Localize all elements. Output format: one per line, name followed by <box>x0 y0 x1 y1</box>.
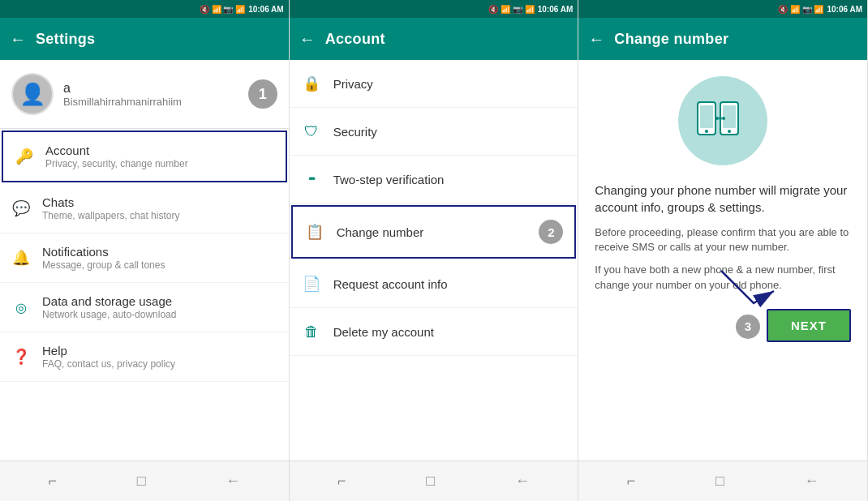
requestinfo-icon: 📄 <box>301 273 322 294</box>
changenumber-title: Change number <box>614 31 728 48</box>
nav-back-icon-2[interactable]: ← <box>515 473 530 490</box>
account-item-requestinfo[interactable]: 📄 Request account info <box>290 260 578 308</box>
account-icon: 🔑 <box>15 147 34 166</box>
menu-item-chats[interactable]: 💬 Chats Theme, wallpapers, chat history <box>0 184 289 233</box>
nav-back-icon-3[interactable]: ← <box>805 473 819 490</box>
account-menu-list: 🔒 Privacy 🛡 Security ••• Two-step verifi… <box>290 60 578 460</box>
next-button[interactable]: NEXT <box>767 309 851 342</box>
changenumber-top-bar: ← Change number <box>578 18 867 60</box>
status-icons-changenumber: 🔇 📶 📷 📶 <box>778 5 823 14</box>
data-icon: ◎ <box>11 298 31 317</box>
profile-status: Bismillahirrahmanirrahiim <box>63 96 238 108</box>
requestinfo-label: Request account info <box>333 277 448 291</box>
changenumber-main-text: Changing your phone number will migrate … <box>595 182 851 216</box>
account-label: Account <box>45 143 274 157</box>
nav-recent-icon-2[interactable]: ⌐ <box>337 473 346 490</box>
notifications-text: Notifications Message, group & call tone… <box>42 245 277 271</box>
blue-arrow-indicator <box>713 267 786 311</box>
nav-home-icon-3[interactable]: □ <box>715 473 724 490</box>
status-icons-settings: 🔇 📶 📷 📶 <box>200 5 245 14</box>
notifications-sublabel: Message, group & call tones <box>42 259 277 271</box>
status-bar-account: 🔇 📶 📷 📶 10:06 AM <box>290 0 578 18</box>
account-back-button[interactable]: ← <box>299 30 316 49</box>
data-text: Data and storage usage Network usage, au… <box>42 294 277 320</box>
changenumber-icon: 📋 <box>304 221 325 242</box>
menu-item-help[interactable]: ❓ Help FAQ, contact us, privacy policy <box>0 332 289 382</box>
help-sublabel: FAQ, contact us, privacy policy <box>42 358 277 370</box>
notifications-icon: 🔔 <box>11 248 31 268</box>
avatar: 👤 <box>11 73 54 115</box>
profile-name: a <box>63 81 238 96</box>
account-item-privacy[interactable]: 🔒 Privacy <box>290 60 578 108</box>
changenumber-content: Changing your phone number will migrate … <box>578 60 867 460</box>
status-bar-changenumber: 🔇 📶 📷 📶 10:06 AM <box>578 0 867 18</box>
settings-title: Settings <box>36 31 95 48</box>
privacy-icon: 🔒 <box>301 73 322 94</box>
account-top-bar: ← Account <box>290 18 578 60</box>
account-item-deleteaccount[interactable]: 🗑 Delete my account <box>290 308 578 356</box>
account-sublabel: Privacy, security, change number <box>45 158 274 169</box>
menu-item-data[interactable]: ◎ Data and storage usage Network usage, … <box>0 283 289 332</box>
settings-top-bar: ← Settings <box>0 18 289 60</box>
changenumber-sub-text-1: Before proceeding, please confirm that y… <box>595 225 851 255</box>
notifications-label: Notifications <box>42 245 277 259</box>
account-item-security[interactable]: 🛡 Security <box>290 108 578 156</box>
status-time-changenumber: 10:06 AM <box>827 5 862 14</box>
nav-home-icon[interactable]: □ <box>137 473 146 490</box>
settings-bottom-nav: ⌐ □ ← <box>0 460 289 501</box>
deleteaccount-icon: 🗑 <box>301 321 322 342</box>
next-button-area: 3 NEXT <box>595 309 851 342</box>
nav-home-icon-2[interactable]: □ <box>426 473 435 490</box>
twostep-label: Two-step verification <box>333 173 445 186</box>
chats-label: Chats <box>42 195 277 209</box>
help-label: Help <box>42 344 277 358</box>
changenumber-panel: 🔇 📶 📷 📶 10:06 AM ← Change number <box>578 0 868 501</box>
account-bottom-nav: ⌐ □ ← <box>290 460 578 501</box>
nav-recent-icon-3[interactable]: ⌐ <box>627 473 636 490</box>
changenumber-label: Change number <box>337 225 528 239</box>
step-badge-2: 2 <box>539 220 563 244</box>
changenumber-back-button[interactable]: ← <box>588 30 604 49</box>
chats-icon: 💬 <box>11 199 31 218</box>
menu-item-notifications[interactable]: 🔔 Notifications Message, group & call to… <box>0 233 289 283</box>
data-label: Data and storage usage <box>42 294 277 308</box>
phone-svg-icon <box>694 92 751 149</box>
svg-point-8 <box>722 117 725 120</box>
twostep-icon: ••• <box>301 169 322 190</box>
security-icon: 🛡 <box>301 121 322 142</box>
changenumber-bottom-nav: ⌐ □ ← <box>578 460 867 501</box>
svg-point-6 <box>715 117 719 120</box>
settings-menu-list: 🔑 Account Privacy, security, change numb… <box>0 129 289 460</box>
menu-item-account[interactable]: 🔑 Account Privacy, security, change numb… <box>2 131 287 182</box>
chats-sublabel: Theme, wallpapers, chat history <box>42 210 277 221</box>
profile-info: a Bismillahirrahmanirrahiim <box>63 81 238 108</box>
status-icons-account: 🔇 📶 📷 📶 <box>488 5 534 14</box>
step-badge-3: 3 <box>736 315 760 339</box>
svg-point-5 <box>728 130 731 133</box>
help-icon: ❓ <box>11 347 31 366</box>
security-label: Security <box>333 125 377 139</box>
account-title: Account <box>325 31 385 48</box>
status-time-account: 10:06 AM <box>538 5 574 14</box>
settings-panel: 🔇 📶 📷 📶 10:06 AM ← Settings 👤 a Bismilla… <box>0 0 290 501</box>
help-text: Help FAQ, contact us, privacy policy <box>42 344 277 370</box>
phone-illustration <box>678 76 767 165</box>
account-panel: 🔇 📶 📷 📶 10:06 AM ← Account 🔒 Privacy 🛡 S… <box>290 0 579 501</box>
settings-back-button[interactable]: ← <box>10 30 26 49</box>
deleteaccount-label: Delete my account <box>333 325 434 339</box>
svg-point-2 <box>705 130 708 133</box>
svg-rect-1 <box>700 105 713 128</box>
account-item-twostep[interactable]: ••• Two-step verification <box>290 156 578 203</box>
step-badge-1: 1 <box>248 79 277 109</box>
nav-back-icon[interactable]: ← <box>226 473 240 490</box>
account-item-changenumber[interactable]: 📋 Change number 2 <box>291 205 577 259</box>
svg-point-7 <box>719 117 722 120</box>
svg-rect-4 <box>723 105 736 128</box>
privacy-label: Privacy <box>333 77 373 91</box>
nav-recent-icon[interactable]: ⌐ <box>48 473 57 490</box>
status-bar-settings: 🔇 📶 📷 📶 10:06 AM <box>0 0 289 18</box>
chats-text: Chats Theme, wallpapers, chat history <box>42 195 277 221</box>
data-sublabel: Network usage, auto-download <box>42 309 277 320</box>
next-row: 3 NEXT <box>595 309 851 342</box>
status-time-settings: 10:06 AM <box>248 5 284 14</box>
